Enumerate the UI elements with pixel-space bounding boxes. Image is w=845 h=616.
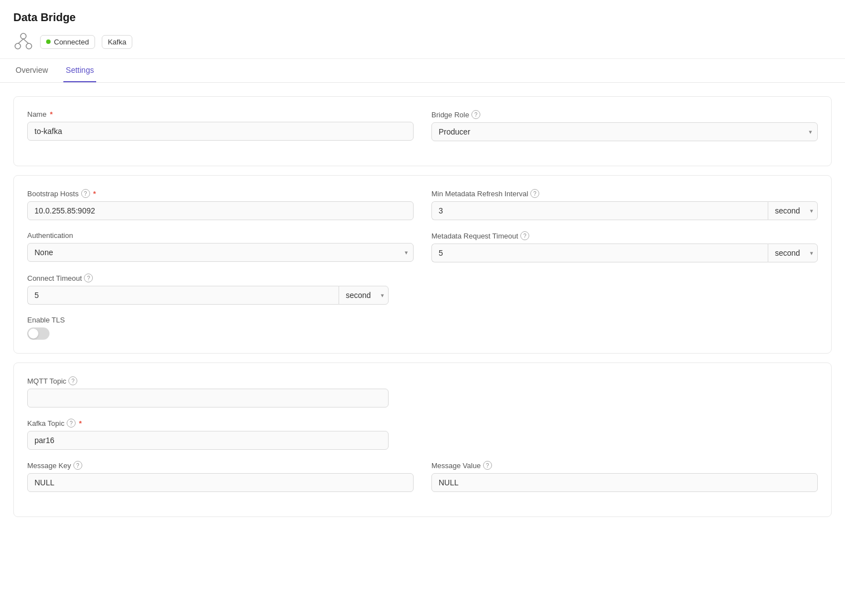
message-value-input[interactable] — [431, 473, 818, 492]
metadata-timeout-input-unit: second ▾ — [431, 244, 818, 262]
bridge-role-select[interactable]: Producer — [431, 122, 818, 141]
name-required: * — [50, 110, 53, 118]
bootstrap-hosts-label: Bootstrap Hosts ? * — [27, 189, 414, 198]
authentication-label: Authentication — [27, 231, 414, 240]
status-text: Connected — [54, 38, 89, 46]
bootstrap-hosts-input[interactable] — [27, 201, 414, 220]
bootstrap-metadata-row: Bootstrap Hosts ? * Min Metadata Refresh… — [27, 189, 818, 220]
connect-timeout-unit-wrapper: second ▾ — [339, 286, 389, 305]
tab-overview[interactable]: Overview — [13, 59, 50, 82]
authentication-select-wrapper: None SASL SSL ▾ — [27, 243, 414, 262]
min-metadata-unit-select[interactable]: second — [768, 201, 818, 220]
bridge-type-badge: Kafka — [102, 35, 132, 49]
mqtt-topic-group: MQTT Topic ? — [27, 376, 389, 408]
connect-timeout-unit-select[interactable]: second — [339, 286, 389, 305]
connect-timeout-label: Connect Timeout ? — [27, 274, 389, 282]
message-value-label: Message Value ? — [431, 461, 818, 470]
metadata-timeout-help-icon[interactable]: ? — [520, 231, 529, 240]
metadata-timeout-label: Metadata Request Timeout ? — [431, 231, 818, 240]
message-value-help-icon[interactable]: ? — [483, 461, 492, 470]
connect-timeout-group: Connect Timeout ? second ▾ — [27, 274, 389, 305]
kafka-topic-input[interactable] — [27, 431, 389, 450]
svg-line-4 — [23, 39, 28, 43]
bridge-role-field-group: Bridge Role ? Producer ▾ — [431, 110, 818, 141]
bootstrap-required: * — [93, 190, 96, 198]
name-input[interactable] — [27, 122, 414, 141]
mqtt-topic-label: MQTT Topic ? — [27, 376, 389, 385]
bridge-meta: Connected Kafka — [13, 32, 832, 52]
bootstrap-hosts-group: Bootstrap Hosts ? * — [27, 189, 414, 220]
message-key-help-icon[interactable]: ? — [73, 461, 82, 470]
section-connection: Bootstrap Hosts ? * Min Metadata Refresh… — [13, 175, 832, 354]
status-dot — [46, 39, 51, 44]
kafka-topic-group: Kafka Topic ? * — [27, 419, 389, 450]
min-metadata-help-icon[interactable]: ? — [530, 189, 539, 198]
message-key-input[interactable] — [27, 473, 414, 492]
page-title: Data Bridge — [13, 11, 832, 24]
min-metadata-unit-wrapper: second ▾ — [768, 201, 818, 220]
mqtt-topic-help-icon[interactable]: ? — [68, 376, 77, 385]
authentication-select[interactable]: None SASL SSL — [27, 243, 414, 262]
metadata-timeout-unit-select[interactable]: second — [768, 244, 818, 262]
min-metadata-group: Min Metadata Refresh Interval ? second ▾ — [431, 189, 818, 220]
metadata-timeout-input[interactable] — [431, 244, 768, 262]
bridge-role-help-icon[interactable]: ? — [471, 110, 480, 119]
section-name-role: Name * Bridge Role ? Producer ▾ — [13, 96, 832, 166]
kafka-topic-help-icon[interactable]: ? — [67, 419, 76, 428]
svg-line-3 — [18, 39, 23, 43]
min-metadata-label: Min Metadata Refresh Interval ? — [431, 189, 818, 198]
message-key-value-row: Message Key ? Message Value ? — [27, 461, 818, 492]
mqtt-topic-input[interactable] — [27, 389, 389, 408]
tab-settings[interactable]: Settings — [63, 59, 96, 82]
mqtt-topic-row: MQTT Topic ? — [27, 376, 389, 408]
kafka-topic-row: Kafka Topic ? * — [27, 419, 389, 450]
enable-tls-toggle[interactable] — [27, 327, 49, 340]
kafka-topic-label: Kafka Topic ? * — [27, 419, 389, 428]
min-metadata-input[interactable] — [431, 201, 768, 220]
enable-tls-group: Enable TLS — [27, 316, 818, 340]
svg-point-0 — [21, 33, 26, 39]
enable-tls-label: Enable TLS — [27, 316, 818, 324]
tabs: Overview Settings — [0, 59, 845, 83]
enable-tls-toggle-wrapper — [27, 327, 818, 340]
connect-timeout-row: Connect Timeout ? second ▾ — [27, 274, 389, 305]
message-key-label: Message Key ? — [27, 461, 414, 470]
bootstrap-hosts-help-icon[interactable]: ? — [81, 189, 90, 198]
svg-point-1 — [15, 43, 21, 49]
authentication-group: Authentication None SASL SSL ▾ — [27, 231, 414, 262]
kafka-topic-required: * — [79, 419, 82, 428]
connect-timeout-help-icon[interactable]: ? — [84, 274, 93, 282]
bridge-role-select-wrapper: Producer ▾ — [431, 122, 818, 141]
kafka-icon — [13, 32, 33, 52]
page-header: Data Bridge Connected Kafka — [0, 0, 845, 59]
auth-metadata-timeout-row: Authentication None SASL SSL ▾ Metadata … — [27, 231, 818, 262]
section-topics: MQTT Topic ? Kafka Topic ? * — [13, 362, 832, 517]
message-key-group: Message Key ? — [27, 461, 414, 492]
message-value-group: Message Value ? — [431, 461, 818, 492]
name-field-group: Name * — [27, 110, 414, 141]
connected-badge: Connected — [40, 35, 95, 49]
connect-timeout-input[interactable] — [27, 286, 339, 305]
bridge-role-label: Bridge Role ? — [431, 110, 818, 119]
name-label: Name * — [27, 110, 414, 118]
connect-timeout-input-unit: second ▾ — [27, 286, 389, 305]
name-role-row: Name * Bridge Role ? Producer ▾ — [27, 110, 818, 141]
metadata-timeout-group: Metadata Request Timeout ? second ▾ — [431, 231, 818, 262]
settings-content: Name * Bridge Role ? Producer ▾ — [0, 83, 845, 539]
svg-point-2 — [26, 43, 32, 49]
min-metadata-input-unit: second ▾ — [431, 201, 818, 220]
metadata-timeout-unit-wrapper: second ▾ — [768, 244, 818, 262]
